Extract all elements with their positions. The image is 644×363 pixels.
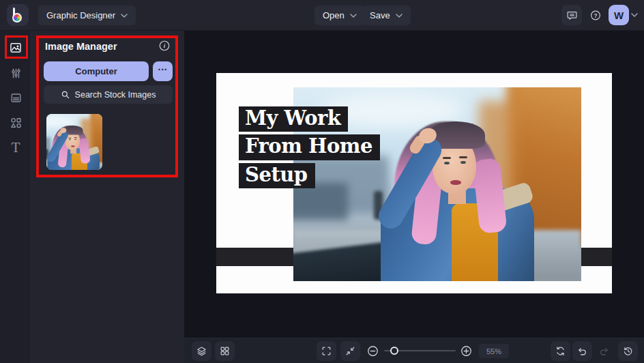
redo-icon — [598, 345, 610, 357]
open-button-label: Open — [323, 10, 345, 20]
save-button[interactable]: Save — [362, 5, 411, 25]
collapse-view-button[interactable] — [340, 341, 360, 361]
image-manager-panel: Image Manager i Computer ··· Search Stoc… — [31, 31, 184, 363]
history-icon — [622, 345, 634, 357]
help-button[interactable]: ? — [585, 5, 606, 25]
canvas-area: My Work From Home Setup — [184, 31, 644, 338]
logo-b-glyph — [12, 8, 23, 23]
zoom-level-value[interactable]: 55% — [479, 344, 509, 358]
app-window: Graphic Designer Open Save ? W — [0, 0, 644, 363]
computer-upload-button[interactable]: Computer — [44, 61, 149, 81]
zoom-out-button[interactable] — [366, 345, 379, 358]
adjust-sliders-icon — [10, 67, 23, 80]
canvas-toolbar: 55% — [184, 338, 644, 363]
fullscreen-icon — [321, 345, 332, 357]
search-stock-images-button[interactable]: Search Stock Images — [44, 85, 173, 104]
design-title-line: Setup — [239, 163, 315, 188]
text-icon: T — [12, 141, 20, 154]
sidebar-item-edit[interactable] — [5, 62, 27, 84]
grid-view-button[interactable] — [215, 341, 235, 361]
sidebar-item-templates[interactable] — [5, 87, 27, 108]
design-title-line: My Work — [239, 106, 348, 132]
ellipsis-icon: ··· — [158, 64, 168, 75]
templates-icon — [10, 91, 23, 104]
mode-selector-button[interactable]: Graphic Designer — [38, 5, 136, 25]
feedback-chat-button[interactable] — [561, 5, 582, 25]
sidebar-item-image-manager[interactable] — [5, 37, 27, 59]
avatar-initial: W — [614, 10, 624, 21]
stock-image-thumbnail[interactable] — [46, 114, 102, 170]
chevron-down-icon — [396, 14, 402, 18]
collapse-icon — [345, 345, 356, 357]
design-title-text[interactable]: My Work From Home Setup — [239, 106, 380, 191]
info-button[interactable]: i — [158, 40, 171, 52]
undo-button[interactable] — [572, 341, 592, 361]
thumbnail-photo-woman — [46, 114, 102, 170]
fit-to-screen-button[interactable] — [317, 341, 336, 361]
search-icon — [61, 90, 70, 100]
topbar: Graphic Designer Open Save ? W — [0, 0, 644, 31]
user-avatar[interactable]: W — [609, 5, 629, 25]
sidebar-item-text[interactable]: T — [5, 136, 27, 158]
zoom-in-button[interactable] — [460, 345, 473, 358]
grid-icon — [219, 345, 231, 357]
zoom-slider[interactable] — [384, 344, 456, 358]
mode-selector-label: Graphic Designer — [46, 10, 115, 20]
zoom-slider-knob[interactable] — [390, 347, 398, 355]
refresh-icon — [555, 345, 566, 357]
account-chevron-down-icon[interactable] — [631, 13, 638, 17]
help-icon: ? — [589, 8, 602, 23]
befunky-logo-icon[interactable] — [7, 4, 29, 26]
sidebar-item-graphics[interactable] — [5, 112, 27, 134]
layers-icon — [196, 345, 207, 358]
save-button-label: Save — [370, 10, 390, 20]
history-button[interactable] — [618, 341, 638, 361]
redo-button[interactable] — [594, 341, 614, 361]
shapes-icon — [9, 116, 23, 130]
chevron-down-icon — [121, 14, 128, 18]
image-icon — [9, 41, 23, 55]
panel-title: Image Manager — [45, 41, 117, 52]
more-options-button[interactable]: ··· — [153, 61, 173, 81]
layers-button[interactable] — [192, 341, 211, 361]
undo-icon — [576, 345, 588, 357]
sidebar: T — [0, 31, 31, 363]
svg-text:?: ? — [594, 12, 597, 18]
svg-text:i: i — [164, 42, 166, 49]
chevron-down-icon — [350, 14, 357, 18]
design-canvas[interactable]: My Work From Home Setup — [216, 73, 612, 293]
chat-bubble-icon — [566, 10, 578, 21]
open-button[interactable]: Open — [314, 5, 365, 25]
design-title-line: From Home — [239, 134, 380, 160]
search-button-label: Search Stock Images — [75, 90, 156, 100]
computer-button-label: Computer — [75, 66, 117, 76]
refresh-canvas-button[interactable] — [551, 341, 570, 361]
